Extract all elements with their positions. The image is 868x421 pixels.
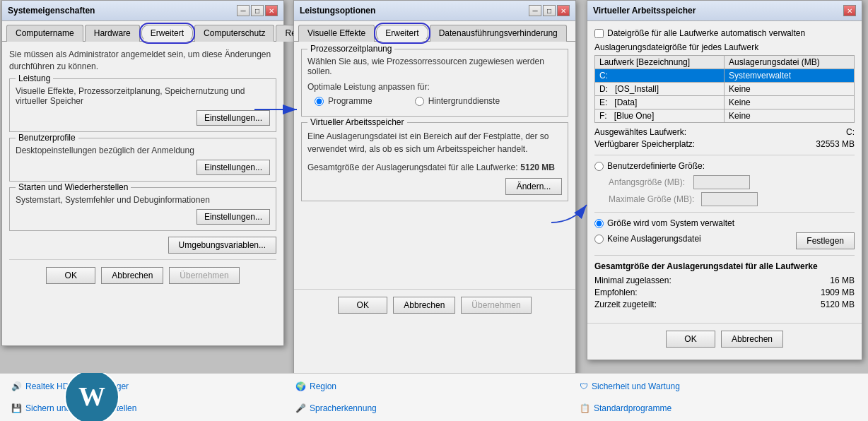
leistung-einstellungen-btn[interactable]: Einstellungen... (197, 110, 270, 126)
drive-c-letter: C: (595, 69, 725, 83)
system-ok-btn[interactable]: OK (46, 267, 95, 284)
tab-computername[interactable]: Computername (6, 25, 83, 42)
tab-erweitert[interactable]: Erweitert (141, 25, 193, 42)
virtual-abbrechen-btn[interactable]: Abbrechen (721, 331, 783, 348)
system-abbrechen-btn[interactable]: Abbrechen (101, 267, 163, 284)
benutzerprofile-group: Benutzerprofile Desktopeinstellungen bez… (9, 138, 276, 182)
benutzerdefiniert-radio[interactable] (594, 162, 604, 171)
leistung-title: Leistung (16, 73, 53, 83)
svg-text:W: W (78, 381, 105, 411)
drive-e-size: Keine (725, 96, 855, 109)
taskbar-speech[interactable]: 🎤 Spracherkennung (293, 402, 575, 415)
drive-d-letter: D: [OS_Install] (595, 83, 725, 96)
tab-visuelle-effekte[interactable]: Visuelle Effekte (298, 25, 375, 42)
virtual-title-text: Virtueller Arbeitsspeicher (593, 6, 696, 16)
system-maximize-btn[interactable]: □ (251, 5, 264, 16)
zugeteilt-label: Zurzeit zugeteilt: (594, 300, 657, 309)
benutzerprofile-desc: Desktopeinstellungen bezüglich der Anmel… (16, 146, 270, 155)
drive-d-size: Keine (725, 83, 855, 96)
wp-logo-svg: W (64, 373, 120, 421)
prozessor-group: Prozessorzeitplanung Wählen Sie aus, wie… (301, 49, 568, 117)
system-minimize-btn[interactable]: ─ (237, 5, 250, 16)
keine-row: Keine Auslagerungsdatei Festlegen (594, 232, 855, 249)
drive-row-c[interactable]: C: Systemverwaltet (595, 69, 855, 83)
aendern-btn[interactable]: Ändern... (505, 178, 562, 195)
virtual-title-bar: Virtueller Arbeitsspeicher ✕ (587, 1, 862, 21)
leistung-title-bar: Leistungsoptionen ─ □ ✕ (294, 1, 575, 21)
virtual-title-buttons: ✕ (843, 5, 856, 16)
benutzerprofile-einstellungen-btn[interactable]: Einstellungen... (197, 160, 270, 175)
leistung-close-btn[interactable]: ✕ (557, 5, 570, 16)
taskbar-security[interactable]: 🛡 Sicherheit und Wartung (577, 380, 860, 393)
verfuegbar-value: 32553 MB (816, 139, 855, 149)
leistung-ok-btn[interactable]: OK (338, 297, 387, 314)
starten-desc: Systemstart, Systemfehler und Debuginfor… (16, 195, 270, 205)
backup-icon: 💾 (11, 403, 22, 413)
leistung-uebernehmen-btn[interactable]: Übernehmen (461, 297, 531, 314)
drive-row-d[interactable]: D: [OS_Install] Keine (595, 83, 855, 96)
system-title-buttons: ─ □ ✕ (237, 5, 278, 16)
speech-label: Spracherkennung (310, 403, 377, 413)
leistung-dialog: Leistungsoptionen ─ □ ✕ Visuelle Effekte… (293, 0, 576, 396)
umgebungsvariablen-btn[interactable]: Umgebungsvariablen... (168, 237, 276, 254)
systemverwaltet-label: Größe wird vom System verwaltet (607, 218, 734, 228)
prog-label: Programme (328, 96, 373, 106)
gesamt-label: Gesamtgröße der Auslagerungsdatei für al… (307, 162, 518, 172)
tab-datenfuehrung[interactable]: Datenausführungsverhinderung (430, 25, 567, 42)
leistung-minimize-btn[interactable]: ─ (529, 5, 541, 16)
leistung-group: Leistung Visuelle Effekte, Prozessorzeit… (9, 78, 276, 132)
security-icon: 🛡 (580, 381, 588, 391)
taskbar-region[interactable]: 🌍 Region (293, 380, 575, 393)
region-label: Region (310, 381, 336, 391)
virtual-content: Dateigröße für alle Laufwerke automatisc… (587, 21, 862, 319)
max-label: Maximale Größe (MB): (609, 194, 694, 204)
prozessor-title: Prozessorzeitplanung (307, 44, 394, 54)
drive-f-letter: F: [Blue One] (595, 109, 725, 123)
starten-einstellungen-btn[interactable]: Einstellungen... (197, 209, 270, 225)
radio-hintergrund[interactable]: Hintergrunddienste (415, 96, 500, 106)
taskbar-programs[interactable]: 📋 Standardprogramme (577, 402, 860, 415)
auto-manage-checkbox[interactable] (594, 29, 604, 38)
virtual-close-btn[interactable]: ✕ (843, 5, 856, 16)
zugeteilt-value: 5120 MB (821, 300, 855, 309)
system-title-bar: Systemeigenschaften ─ □ ✕ (2, 1, 283, 21)
minimal-value: 16 MB (830, 275, 855, 285)
benutzerdefiniert-row: Benutzerdefinierte Größe: (594, 161, 855, 171)
radio-programme[interactable]: Programme (315, 96, 373, 106)
auto-manage-row: Dateigröße für alle Laufwerke automatisc… (594, 28, 855, 38)
system-tab-bar: Computername Hardware Erweitert Computer… (2, 21, 283, 42)
tab-hardware[interactable]: Hardware (85, 25, 140, 42)
benutzerdefiniert-inputs: Anfangsgröße (MB): Maximale Größe (MB): (609, 175, 855, 206)
wp-logo-area: W (49, 373, 134, 421)
drive-row-e[interactable]: E: [Data] Keine (595, 96, 855, 109)
drive-row-f[interactable]: F: [Blue One] Keine (595, 109, 855, 123)
anfangs-input[interactable] (693, 175, 750, 189)
leistung-content: Prozessorzeitplanung Wählen Sie aus, wie… (294, 42, 575, 214)
audio-icon: 🔊 (11, 381, 22, 391)
system-admin-note: Sie müssen als Administrator angemeldet … (9, 49, 276, 73)
speech-icon: 🎤 (295, 403, 306, 413)
drive-table: Laufwerk [Bezeichnung] Auslagerungsdatei… (594, 55, 855, 123)
systemverwaltet-radio[interactable] (594, 219, 604, 228)
keine-label: Keine Auslagerungsdatei (607, 234, 701, 244)
system-properties-dialog: Systemeigenschaften ─ □ ✕ Computername H… (1, 0, 284, 346)
tab-leistung-erweitert[interactable]: Erweitert (376, 25, 428, 42)
auslagerung-header: Auslagerungsdateigröße für jedes Laufwer… (594, 42, 855, 52)
system-uebernehmen-btn[interactable]: Übernehmen (169, 267, 239, 284)
max-input[interactable] (701, 192, 758, 206)
auto-manage-label: Dateigröße für alle Laufwerke automatisc… (607, 28, 805, 38)
virtual-ok-btn[interactable]: OK (666, 331, 715, 348)
leistung-abbrechen-btn[interactable]: Abbrechen (393, 297, 455, 314)
keine-radio[interactable] (594, 235, 604, 244)
prozessor-optimal-label: Optimale Leistung anpassen für: (307, 82, 562, 92)
gesamt-value: 5120 MB (520, 162, 555, 172)
drive-c-size: Systemverwaltet (725, 69, 855, 83)
virtual-bottom-buttons: OK Abbrechen (587, 323, 862, 353)
leistung-maximize-btn[interactable]: □ (543, 5, 556, 16)
ausgewaehlt-value: C: (846, 127, 855, 137)
drive-e-letter: E: [Data] (595, 96, 725, 109)
festlegen-btn[interactable]: Festlegen (796, 232, 855, 249)
tab-computerschutz[interactable]: Computerschutz (194, 25, 274, 42)
system-close-btn[interactable]: ✕ (265, 5, 278, 16)
virtual-memory-dialog: Virtueller Arbeitsspeicher ✕ Dateigröße … (587, 0, 862, 360)
